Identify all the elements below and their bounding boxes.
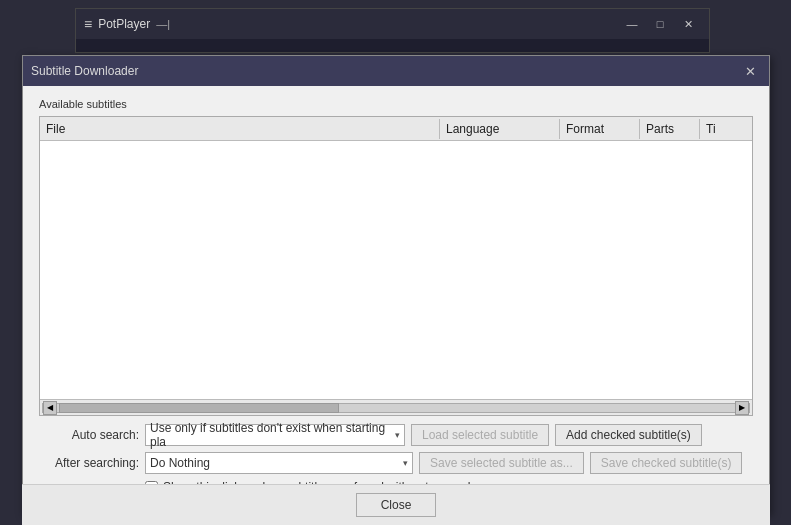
potplayer-title-left: ≡ PotPlayer —|: [84, 16, 170, 32]
hamburger-icon: ≡: [84, 16, 92, 32]
auto-search-dropdown[interactable]: Use only if subtitles don't exist when s…: [145, 424, 405, 446]
subtitle-table: File Language Format Parts Ti ◀ ▶: [39, 116, 753, 416]
column-header-file: File: [40, 119, 440, 139]
subtitle-downloader-dialog: Subtitle Downloader ✕ Available subtitle…: [22, 55, 770, 515]
potplayer-titlebar: ≡ PotPlayer —| — □ ✕: [76, 9, 709, 39]
scrollbar-track: ◀ ▶: [42, 403, 750, 413]
after-searching-row: After searching: Do Nothing ▾ Save selec…: [39, 452, 753, 474]
add-checked-subtitles-button[interactable]: Add checked subtitle(s): [555, 424, 702, 446]
after-searching-value: Do Nothing: [150, 456, 210, 470]
dialog-title: Subtitle Downloader: [31, 64, 138, 78]
load-selected-subtitle-button[interactable]: Load selected subtitle: [411, 424, 549, 446]
save-checked-subtitles-button[interactable]: Save checked subtitle(s): [590, 452, 743, 474]
dialog-footer: Close: [22, 484, 770, 525]
column-header-format: Format: [560, 119, 640, 139]
table-header: File Language Format Parts Ti: [40, 117, 752, 141]
close-button[interactable]: Close: [356, 493, 436, 517]
scroll-left-button[interactable]: ◀: [43, 401, 57, 415]
scroll-right-button[interactable]: ▶: [735, 401, 749, 415]
dialog-close-button[interactable]: ✕: [739, 61, 761, 81]
auto-search-value: Use only if subtitles don't exist when s…: [150, 421, 395, 449]
column-header-parts: Parts: [640, 119, 700, 139]
potplayer-window-controls: — □ ✕: [619, 14, 701, 34]
potplayer-window: ≡ PotPlayer —| — □ ✕: [75, 8, 710, 53]
desktop-background: ≡ PotPlayer —| — □ ✕ Subtitle Downloader…: [0, 0, 791, 525]
table-body: [40, 141, 752, 399]
section-label: Available subtitles: [39, 98, 753, 110]
potplayer-title-text: PotPlayer: [98, 17, 150, 31]
auto-search-row: Auto search: Use only if subtitles don't…: [39, 424, 753, 446]
horizontal-scrollbar[interactable]: ◀ ▶: [40, 399, 752, 415]
auto-search-arrow: ▾: [395, 430, 400, 440]
after-searching-label: After searching:: [39, 456, 139, 470]
potplayer-close-button[interactable]: ✕: [675, 14, 701, 34]
pin-label: —|: [156, 18, 170, 30]
potplayer-minimize-button[interactable]: —: [619, 14, 645, 34]
auto-search-label: Auto search:: [39, 428, 139, 442]
save-selected-subtitle-button[interactable]: Save selected subtitle as...: [419, 452, 584, 474]
after-searching-dropdown[interactable]: Do Nothing ▾: [145, 452, 413, 474]
after-searching-arrow: ▾: [403, 458, 408, 468]
column-header-language: Language: [440, 119, 560, 139]
dialog-titlebar: Subtitle Downloader ✕: [23, 56, 769, 86]
potplayer-maximize-button[interactable]: □: [647, 14, 673, 34]
scrollbar-thumb[interactable]: [59, 403, 339, 413]
dialog-content: Available subtitles File Language Format…: [23, 86, 769, 514]
column-header-ti: Ti: [700, 119, 752, 139]
